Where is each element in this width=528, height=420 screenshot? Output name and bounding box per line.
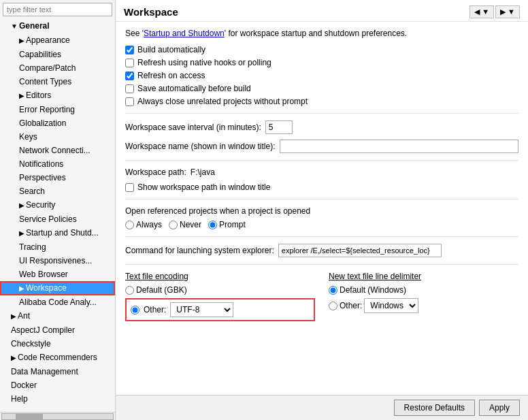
tree-item-checkstyle[interactable]: Checkstyle	[0, 337, 115, 351]
page-title: Workspace	[124, 6, 178, 18]
radio-always[interactable]	[125, 221, 134, 229]
tree-item-notifications[interactable]: Notifications	[0, 157, 115, 171]
tree-item-network[interactable]: Network Connecti...	[0, 144, 115, 157]
checkbox-refresh-native: Refresh using native hooks or polling	[125, 58, 518, 67]
checkbox-close-unrelated-label: Always close unrelated projects without …	[137, 97, 308, 106]
tree-item-help[interactable]: Help	[0, 392, 115, 406]
content-panel: Workspace ◀ ▼ ▶ ▼ See 'Startup and Shutd…	[116, 0, 528, 420]
divider-2	[125, 160, 518, 161]
checkbox-save-auto: Save automatically before build	[125, 84, 518, 93]
tree-item-perspectives[interactable]: Perspectives	[0, 171, 115, 184]
tree-item-startup-shutdown[interactable]: ▶Startup and Shutd...	[0, 226, 115, 240]
checkbox-refresh-access: Refresh on access	[125, 71, 518, 80]
encoding-other-radio[interactable]	[131, 306, 139, 314]
tree-item-globalization[interactable]: Globalization	[0, 116, 115, 130]
tree-item-general[interactable]: ▼General	[0, 19, 115, 33]
restore-defaults-button[interactable]: Restore Defaults	[394, 400, 475, 416]
encoding-dropdown[interactable]: UTF-8 UTF-16 ISO-8859-1 GBK	[170, 302, 233, 317]
checkbox-save-auto-input[interactable]	[125, 84, 134, 93]
tree-item-editors[interactable]: ▶Editors	[0, 88, 115, 103]
tree-item-keys[interactable]: Keys	[0, 130, 115, 144]
line-delimiter-other-radio[interactable]	[329, 302, 337, 310]
tree-item-data-management[interactable]: Data Management	[0, 365, 115, 378]
tree-item-docker[interactable]: Docker	[0, 378, 115, 392]
tree-item-ant[interactable]: ▶Ant	[0, 309, 115, 323]
expand-arrow-appearance: ▶	[19, 35, 24, 47]
tree-item-tracing[interactable]: Tracing	[0, 240, 115, 254]
checkbox-close-unrelated-input[interactable]	[125, 97, 134, 106]
radio-prompt-label: Prompt	[219, 220, 246, 229]
workspace-interval-label: Workspace save interval (in minutes):	[125, 123, 261, 132]
expand-arrow-code-rec: ▶	[11, 352, 16, 364]
encoding-default-label: Default (GBK)	[136, 285, 187, 295]
command-label: Command for launching system explorer:	[125, 246, 274, 255]
line-delimiter-other-label: Other:	[340, 301, 362, 310]
sidebar-scrollbar-area	[0, 412, 115, 420]
main-container: ▼General ▶Appearance Capabilities Compar…	[0, 0, 528, 420]
command-row: Command for launching system explorer:	[125, 244, 518, 257]
encoding-title: Text file encoding	[125, 272, 315, 281]
radio-prompt[interactable]	[208, 221, 217, 229]
nav-back-button[interactable]: ◀ ▼	[469, 5, 494, 18]
line-delimiter-dropdown[interactable]: Windows Unix Mac	[364, 298, 418, 313]
tree-item-code-recommenders[interactable]: ▶Code Recommenders	[0, 351, 115, 365]
checkbox-build-auto-input[interactable]	[125, 46, 134, 54]
content-body: See 'Startup and Shutdown' for workspace…	[116, 22, 528, 395]
tree-item-web-browser[interactable]: Web Browser	[0, 268, 115, 281]
tree-item-alibaba[interactable]: Alibaba Code Analy...	[0, 295, 115, 309]
line-delimiter-default-radio[interactable]	[329, 286, 337, 295]
apply-button[interactable]: Apply	[479, 400, 520, 416]
encoding-other-label: Other:	[144, 305, 166, 314]
tree-item-security[interactable]: ▶Security	[0, 198, 115, 212]
checkbox-save-auto-label: Save automatically before build	[137, 84, 251, 93]
tree-item-error-reporting[interactable]: Error Reporting	[0, 103, 115, 116]
tree-item-service-policies[interactable]: Service Policies	[0, 212, 115, 226]
line-delimiter-other-row: Other: Windows Unix Mac	[329, 298, 518, 313]
tree-item-appearance[interactable]: ▶Appearance	[0, 33, 115, 48]
checkbox-refresh-access-input[interactable]	[125, 71, 134, 80]
content-header: Workspace ◀ ▼ ▶ ▼	[116, 0, 528, 22]
tree-item-content-types[interactable]: Content Types	[0, 75, 115, 88]
radio-never-row: Never	[169, 220, 201, 229]
tree-item-capabilities[interactable]: Capabilities	[0, 48, 115, 61]
two-col-section: Text file encoding Default (GBK) Other: …	[125, 272, 518, 321]
tree-item-aspectj[interactable]: AspectJ Compiler	[0, 323, 115, 337]
workspace-interval-input[interactable]	[265, 120, 293, 134]
tree-item-ui-responsiveness[interactable]: UI Responsivenes...	[0, 254, 115, 268]
show-path-checkbox[interactable]	[125, 183, 134, 192]
checkbox-refresh-native-label: Refresh using native hooks or polling	[137, 58, 271, 67]
tree-item-search[interactable]: Search	[0, 184, 115, 198]
nav-buttons: ◀ ▼ ▶ ▼	[469, 5, 520, 18]
workspace-name-label: Workspace name (shown in window title):	[125, 142, 276, 151]
radio-prompt-row: Prompt	[208, 220, 246, 229]
show-path-label: Show workspace path in window title	[137, 182, 270, 192]
workspace-path-row: Workspace path: F:\java	[125, 167, 518, 177]
nav-forward-button[interactable]: ▶ ▼	[495, 5, 520, 18]
tree-item-compare-patch[interactable]: Compare/Patch	[0, 61, 115, 75]
command-input[interactable]	[278, 244, 442, 257]
tree-item-workspace[interactable]: ▶Workspace	[0, 281, 115, 295]
open-referenced-label: Open referenced projects when a project …	[125, 206, 518, 216]
expand-arrow-ant: ▶	[11, 310, 16, 323]
divider-1	[125, 113, 518, 114]
expand-arrow-workspace: ▶	[19, 282, 24, 295]
workspace-name-row: Workspace name (shown in window title):	[125, 140, 518, 153]
divider-5	[125, 264, 518, 265]
startup-shutdown-link[interactable]: Startup and Shutdown	[144, 29, 225, 38]
filter-input[interactable]	[3, 3, 112, 16]
line-delimiter-title: New text file line delimiter	[329, 272, 518, 281]
line-delimiter-default-label: Default (Windows)	[340, 285, 406, 295]
checkbox-build-auto: Build automatically	[125, 45, 518, 54]
radio-never[interactable]	[169, 221, 178, 229]
checkbox-refresh-native-input[interactable]	[125, 59, 134, 67]
description-prefix: See '	[125, 29, 144, 38]
encoding-default-radio[interactable]	[125, 286, 134, 295]
radio-always-row: Always	[125, 220, 162, 229]
checkbox-close-unrelated: Always close unrelated projects without …	[125, 97, 518, 106]
workspace-name-input[interactable]	[280, 140, 518, 153]
description: See 'Startup and Shutdown' for workspace…	[125, 29, 518, 38]
expand-arrow-general: ▼	[11, 20, 18, 33]
expand-arrow-security: ▶	[19, 199, 24, 212]
h-scrollbar[interactable]	[1, 413, 114, 420]
expand-arrow-editors: ▶	[19, 90, 24, 102]
